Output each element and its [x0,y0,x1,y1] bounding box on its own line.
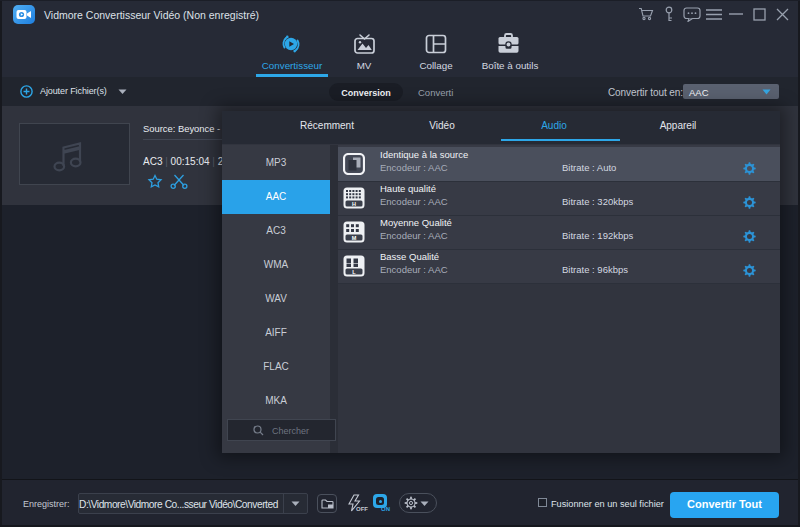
svg-text:M: M [352,235,357,241]
svg-text:H: H [352,201,356,207]
